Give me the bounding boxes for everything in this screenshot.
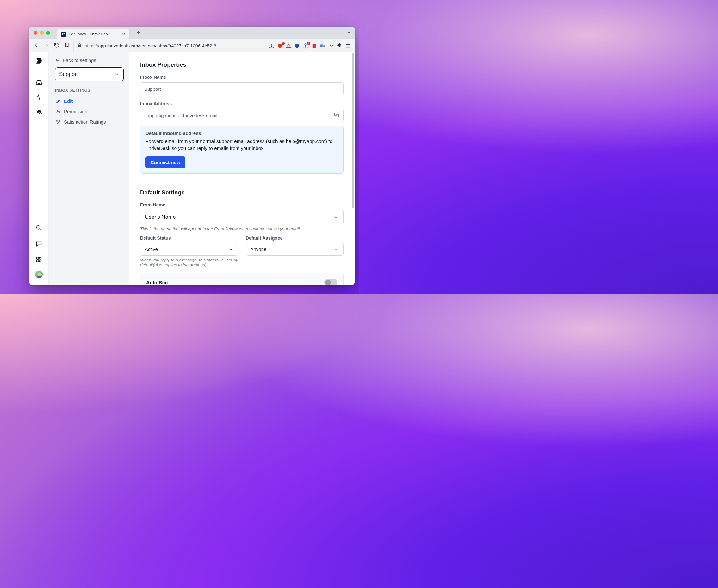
select-default-status[interactable]: Active — [140, 243, 238, 256]
browser-tab[interactable]: TD Edit Inbox - ThriveDesk ✕ — [57, 29, 130, 39]
settings-sidebar: Back to settings Support INBOX SETTINGS … — [49, 52, 129, 285]
tab-close-button[interactable]: ✕ — [122, 31, 126, 37]
input-inbox-name-value: Support — [144, 86, 161, 92]
chevron-down-icon — [114, 71, 120, 77]
sidebar-heading: INBOX SETTINGS — [55, 88, 124, 92]
extensions-puzzle-icon[interactable] — [337, 43, 343, 49]
copy-button[interactable] — [334, 112, 340, 119]
section-title-default-settings: Default Settings — [140, 189, 344, 196]
book-icon[interactable] — [311, 43, 317, 49]
apps-nav-icon[interactable] — [34, 254, 44, 265]
sidebar-item-permission[interactable]: Permission — [55, 106, 124, 117]
maximize-window-button[interactable] — [46, 31, 50, 35]
reload-button[interactable] — [53, 42, 60, 49]
activity-nav-icon[interactable] — [34, 92, 44, 102]
svg-rect-6 — [322, 45, 325, 47]
trophy-icon — [56, 120, 61, 125]
callout-default-inbound: Default inbound address Forward email fr… — [140, 126, 344, 173]
inbox-selector[interactable]: Support — [55, 67, 124, 81]
tab-title: Edit Inbox - ThriveDesk — [69, 32, 110, 36]
select-default-status-value: Active — [145, 247, 158, 252]
chevron-down-icon — [334, 247, 339, 252]
triangle-icon[interactable] — [286, 43, 291, 49]
search-nav-icon[interactable] — [34, 223, 44, 233]
user-avatar[interactable] — [35, 270, 43, 279]
close-window-button[interactable] — [34, 31, 37, 35]
google-translate-icon[interactable] — [320, 43, 326, 49]
select-from-name-value: User's Name — [145, 214, 176, 220]
scrollbar-thumb[interactable] — [352, 53, 354, 208]
tabs-overflow-button[interactable] — [347, 30, 351, 36]
select-default-assignee[interactable]: Anyone — [246, 243, 344, 256]
card-auto-bcc: Auto Bcc — [140, 273, 344, 285]
svg-rect-4 — [312, 44, 316, 48]
svg-rect-19 — [57, 111, 59, 113]
window-controls — [34, 31, 50, 35]
people-nav-icon[interactable] — [34, 106, 44, 117]
label-default-assignee: Default Assignee — [246, 235, 344, 240]
back-button[interactable] — [33, 42, 40, 49]
chevron-down-icon — [228, 247, 233, 252]
hint-from-name: This is the name that will appear in the… — [140, 226, 344, 231]
connect-now-button[interactable]: Connect now — [145, 156, 185, 168]
forward-button[interactable] — [43, 42, 50, 49]
menu-icon[interactable] — [345, 43, 351, 49]
pencil-icon — [56, 99, 61, 104]
input-inbox-name[interactable]: Support — [140, 82, 344, 96]
hint-default-status: When you reply to a message, this status… — [140, 258, 238, 267]
svg-rect-15 — [39, 257, 41, 259]
chat-nav-icon[interactable] — [34, 238, 44, 249]
brave-shield-icon[interactable] — [277, 43, 283, 49]
extension-icons: f? — [269, 43, 351, 49]
auto-bcc-toggle[interactable] — [324, 279, 337, 285]
chevron-down-icon — [333, 214, 339, 220]
browser-window: TD Edit Inbox - ThriveDesk ✕ + https://a… — [29, 26, 355, 285]
svg-rect-16 — [36, 260, 38, 262]
label-inbox-address: Inbox Address — [140, 101, 344, 106]
url-text: https://app.thrivedesk.com/settings/inbo… — [84, 43, 220, 48]
svg-rect-14 — [36, 257, 38, 259]
lock-icon — [78, 43, 82, 49]
sidebar-item-edit[interactable]: Edit — [55, 96, 124, 106]
select-default-assignee-value: Anyone — [250, 247, 267, 252]
callout-title: Default inbound address — [145, 130, 338, 136]
back-to-settings-link[interactable]: Back to settings — [55, 58, 124, 63]
select-from-name[interactable]: User's Name — [140, 210, 344, 225]
svg-rect-0 — [269, 47, 273, 48]
svg-rect-2 — [297, 45, 297, 47]
new-tab-button[interactable]: + — [134, 29, 144, 36]
input-inbox-address[interactable]: support@monster.thrivedesk.email — [140, 109, 344, 122]
app-logo[interactable] — [35, 56, 43, 65]
sidebar-item-label: Edit — [64, 98, 73, 104]
input-inbox-address-value: support@monster.thrivedesk.email — [144, 113, 217, 118]
nav-rail — [29, 52, 49, 285]
gear-extension-icon[interactable] — [303, 43, 308, 49]
divider — [140, 181, 344, 182]
minimize-window-button[interactable] — [40, 31, 44, 35]
svg-point-11 — [39, 110, 41, 112]
label-default-status: Default Status — [140, 235, 238, 240]
main-content: Inbox Properties Inbox Name Support Inbo… — [129, 52, 355, 285]
toolbar: https://app.thrivedesk.com/settings/inbo… — [29, 39, 355, 52]
titlebar: TD Edit Inbox - ThriveDesk ✕ + — [29, 26, 355, 39]
app-body: Back to settings Support INBOX SETTINGS … — [29, 52, 355, 285]
svg-point-12 — [36, 226, 40, 229]
svg-rect-17 — [39, 260, 41, 262]
lock-icon — [56, 109, 61, 114]
label-inbox-name: Inbox Name — [140, 75, 344, 80]
bookmark-button[interactable] — [63, 42, 70, 49]
onepassword-icon[interactable] — [294, 43, 300, 49]
address-bar[interactable]: https://app.thrivedesk.com/settings/inbo… — [74, 39, 265, 52]
inbox-nav-icon[interactable] — [34, 77, 44, 88]
back-label: Back to settings — [63, 58, 96, 63]
sidebar-item-satisfaction[interactable]: Satisfaction Ratings — [55, 117, 124, 127]
svg-point-3 — [305, 45, 307, 47]
callout-text: Forward email from your normal support e… — [145, 138, 338, 152]
section-title-inbox-properties: Inbox Properties — [140, 61, 344, 68]
download-icon[interactable] — [269, 43, 274, 49]
svg-point-10 — [37, 110, 39, 112]
sidebar-item-label: Permission — [64, 109, 87, 114]
auto-bcc-label: Auto Bcc — [146, 280, 168, 285]
font-icon[interactable]: f? — [328, 43, 334, 49]
sidebar-item-label: Satisfaction Ratings — [64, 119, 106, 125]
